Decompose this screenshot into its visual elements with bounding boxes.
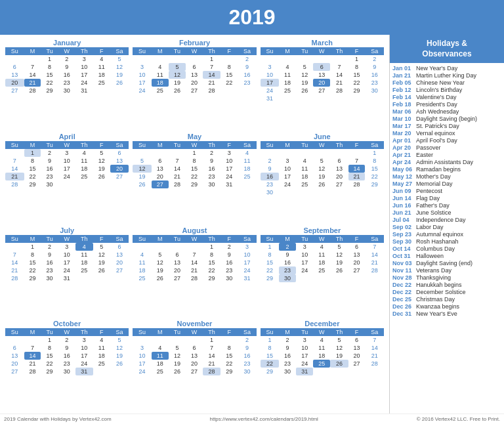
month-february: FebruarySuMTuWThFSa123456789101112131415… (131, 37, 257, 130)
month-title: May (133, 133, 256, 140)
calendar-day: 6 (348, 336, 366, 344)
calendar-day: 14 (203, 352, 220, 360)
calendar-day: 6 (313, 63, 330, 71)
calendar-day: 19 (152, 266, 169, 274)
calendar-day: 14 (24, 71, 41, 79)
calendar-day: 8 (261, 344, 280, 352)
calendar-day: 7 (5, 157, 24, 165)
calendar-day: 5 (110, 336, 129, 344)
calendar-day: 13 (5, 352, 24, 360)
holiday-item: Dec 25Christmas Day (392, 296, 501, 303)
calendar-day: 29 (41, 368, 58, 375)
calendar-day: 9 (279, 344, 296, 352)
holiday-item: Apr 21Easter (392, 152, 501, 158)
calendar-day: 4 (152, 344, 169, 352)
calendar-day: 5 (152, 251, 169, 259)
calendar-day: 11 (238, 157, 257, 165)
calendar-day: 26 (296, 87, 313, 95)
calendar-day: 28 (169, 180, 186, 188)
holiday-date: Apr 21 (392, 152, 413, 158)
calendar-day: 27 (186, 368, 203, 375)
calendar-day: 9 (238, 63, 257, 71)
calendar-day: 2 (58, 336, 75, 344)
calendar-day (330, 188, 348, 196)
calendar-day: 23 (58, 79, 75, 87)
calendar-day: 5 (133, 157, 152, 165)
calendar-day: 17 (133, 79, 152, 87)
month-title: August (133, 226, 256, 234)
calendar-day: 23 (279, 266, 296, 274)
calendar-day: 19 (110, 352, 129, 360)
holiday-item: May 12Mother's Day (392, 173, 501, 180)
calendar-day: 21 (365, 259, 384, 266)
calendar-day: 2 (279, 243, 296, 251)
calendar-day: 5 (110, 55, 129, 63)
calendar-day: 14 (348, 165, 366, 173)
calendar-day (313, 188, 330, 196)
holiday-name: Chinese New Year (416, 79, 465, 86)
calendar-day: 15 (41, 352, 58, 360)
holiday-item: Oct 14Columbus Day (392, 245, 501, 252)
calendar-day: 25 (75, 173, 93, 180)
holiday-item: Feb 05Chinese New Year (392, 79, 501, 86)
calendar-day: 31 (296, 368, 313, 375)
holiday-name: New Year's Eve (416, 310, 457, 317)
calendar-day (24, 55, 41, 63)
calendar-day: 12 (313, 165, 330, 173)
holiday-item: Nov 03Daylight Saving (end) (392, 260, 501, 266)
calendar-day (133, 336, 152, 344)
holiday-date: Mar 06 (392, 108, 413, 115)
calendar-day: 28 (348, 180, 366, 188)
calendar-day: 9 (279, 251, 296, 259)
calendar-day: 18 (296, 173, 313, 180)
holiday-item: Mar 17St. Patrick's Day (392, 123, 501, 129)
calendar-day: 2 (58, 55, 75, 63)
calendar-day (330, 368, 348, 375)
calendar-day (296, 149, 313, 157)
calendar-day: 10 (296, 344, 313, 352)
month-title: September (261, 226, 384, 234)
calendar-day: 30 (58, 368, 75, 375)
calendar-day: 24 (75, 360, 93, 368)
month-title: July (5, 226, 129, 234)
holiday-date: Jan 21 (392, 72, 413, 79)
calendar-day: 14 (186, 259, 203, 266)
calendar-day: 11 (75, 251, 93, 259)
holiday-date: Dec 31 (392, 310, 413, 317)
calendar-day: 10 (75, 344, 93, 352)
calendar-day: 22 (348, 79, 366, 87)
calendar-day: 26 (313, 180, 330, 188)
holiday-item: Oct 31Halloween (392, 253, 501, 259)
calendar-day: 4 (75, 149, 93, 157)
calendar-day: 20 (330, 173, 348, 180)
calendar-day: 11 (313, 251, 330, 259)
calendar-day: 19 (330, 259, 348, 266)
calendar-day: 15 (365, 165, 384, 173)
calendar-day: 16 (238, 71, 257, 79)
calendar-day (330, 274, 348, 282)
calendar-day: 18 (279, 79, 296, 87)
calendar-day (313, 55, 330, 63)
calendar-day: 15 (261, 352, 280, 360)
holiday-name: Halloween (416, 253, 444, 259)
calendar-day: 23 (365, 79, 384, 87)
month-title: April (5, 133, 129, 140)
calendar-day (186, 336, 203, 344)
holiday-date: Sep 23 (392, 231, 413, 238)
calendar-day: 12 (152, 259, 169, 266)
calendar-day: 29 (203, 274, 220, 282)
calendar-day (279, 188, 296, 196)
holiday-date: Apr 01 (392, 137, 413, 144)
calendar-day: 26 (110, 79, 129, 87)
calendar-day: 10 (58, 251, 75, 259)
calendar-day (110, 87, 129, 95)
calendar-day: 26 (330, 266, 348, 274)
calendar-day: 28 (203, 87, 220, 95)
calendar-day: 25 (313, 360, 330, 368)
calendar-day (365, 368, 384, 375)
calendar-day (58, 180, 75, 188)
calendar-day: 29 (261, 274, 280, 282)
calendar-day: 23 (220, 266, 238, 274)
calendar-day (93, 368, 110, 375)
calendar-day: 6 (110, 243, 129, 251)
